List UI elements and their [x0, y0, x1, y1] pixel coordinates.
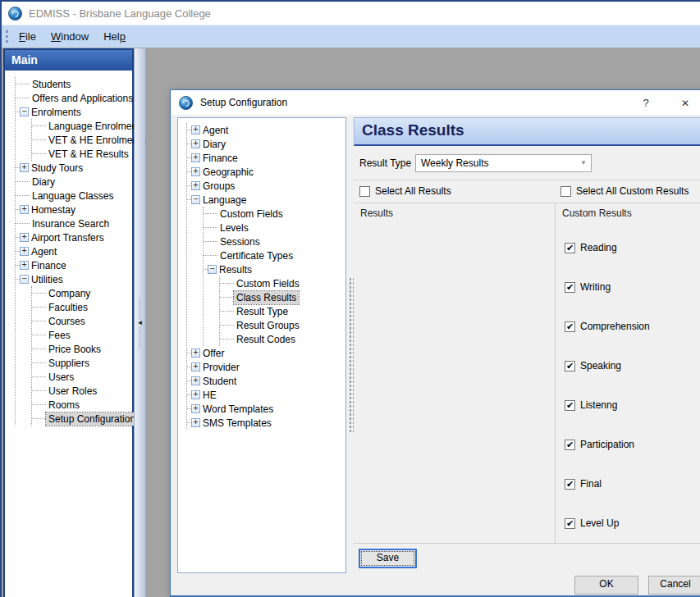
tree-item-price-books[interactable]: Price Books [32, 342, 130, 356]
expand-box-icon[interactable]: + [191, 125, 200, 134]
expand-box-icon[interactable]: + [191, 376, 200, 385]
custom-result-final[interactable]: ✔Final [565, 464, 700, 504]
custom-result-writing[interactable]: ✔Writing [565, 267, 700, 307]
expand-box-icon[interactable]: + [20, 205, 29, 214]
tree-item-word-templates[interactable]: +Word Templates [187, 402, 345, 416]
expand-box-icon[interactable]: + [191, 404, 200, 413]
tree-item-students[interactable]: Students [16, 77, 130, 91]
collapse-box-icon[interactable]: − [208, 265, 217, 274]
tree-item-finance[interactable]: +Finance [187, 151, 345, 165]
expand-box-icon[interactable]: + [191, 153, 200, 162]
tree-item-airport-transfers[interactable]: +Airport Transfers [16, 230, 130, 244]
tree-item-certificate-types[interactable]: Certificate Types [204, 248, 345, 262]
tree-item-setup-configuration[interactable]: Setup Configuration [32, 412, 130, 426]
tree-item-faculties[interactable]: Faculties [32, 300, 130, 314]
collapse-box-icon[interactable]: − [191, 195, 200, 204]
tree-item-result-type[interactable]: Result Type [220, 304, 345, 318]
tree-item-offers-and-applications[interactable]: Offers and Applications [16, 91, 130, 105]
tree-item-language[interactable]: −Language [187, 193, 345, 207]
expand-box-icon[interactable]: + [20, 261, 29, 270]
select-all-custom-option[interactable]: Select All Custom Results [560, 185, 689, 197]
writing-checkbox[interactable]: ✔ [565, 282, 575, 293]
tree-item-vet-he-enrolments[interactable]: VET & HE Enrolments [32, 133, 130, 147]
tree-item-utilities[interactable]: −Utilities [16, 272, 130, 286]
tree-item-levels[interactable]: Levels [204, 221, 345, 235]
tree-item-courses[interactable]: Courses [32, 314, 130, 328]
tree-item-homestay[interactable]: +Homestay [16, 203, 130, 216]
select-all-results-checkbox[interactable] [359, 186, 370, 197]
tree-item-provider[interactable]: +Provider [187, 360, 345, 374]
cancel-button[interactable]: Cancel [648, 576, 700, 595]
expand-box-icon[interactable]: + [191, 349, 200, 358]
tree-item-finance[interactable]: +Finance [16, 258, 130, 272]
tree-item-offer[interactable]: +Offer [187, 346, 345, 360]
menu-window[interactable]: Window [43, 27, 96, 46]
collapse-box-icon[interactable]: − [20, 107, 29, 116]
tree-item-insurance-search[interactable]: Insurance Search [16, 216, 130, 230]
tree-item-company[interactable]: Company [32, 286, 130, 300]
dialog-close-button[interactable]: ✕ [675, 95, 696, 112]
expand-box-icon[interactable]: + [191, 390, 200, 399]
tree-item-custom-fields[interactable]: Custom Fields [220, 276, 345, 290]
tree-item-suppliers[interactable]: Suppliers [32, 356, 130, 370]
participation-checkbox[interactable]: ✔ [565, 440, 575, 450]
ok-button[interactable]: OK [574, 576, 638, 595]
custom-result-speaking[interactable]: ✔Speaking [565, 346, 700, 385]
expand-box-icon[interactable]: + [191, 418, 200, 427]
tree-item-study-tours[interactable]: +Study Tours [16, 161, 130, 175]
expand-box-icon[interactable]: + [20, 233, 29, 242]
level-up-checkbox[interactable]: ✔ [565, 518, 575, 529]
select-all-results-option[interactable]: Select All Results [359, 185, 451, 197]
sidebar-collapse-button[interactable]: ◄ [136, 298, 144, 348]
tree-item-sms-templates[interactable]: +SMS Templates [187, 416, 345, 430]
tree-item-groups[interactable]: +Groups [187, 179, 345, 193]
tree-item-diary[interactable]: +Diary [187, 137, 345, 151]
tree-item-user-roles[interactable]: User Roles [32, 384, 130, 398]
listenng-checkbox[interactable]: ✔ [565, 400, 575, 411]
custom-result-listenng[interactable]: ✔Listenng [565, 385, 700, 425]
tree-item-sessions[interactable]: Sessions [204, 235, 345, 248]
expand-box-icon[interactable]: + [191, 181, 200, 190]
tree-item-language-classes[interactable]: Language Classes [16, 189, 130, 203]
tree-item-agent[interactable]: +Agent [187, 123, 345, 137]
tree-item-student[interactable]: +Student [187, 374, 345, 388]
tree-item-enrolments[interactable]: −Enrolments [16, 105, 130, 119]
tree-item-language-enrolments[interactable]: Language Enrolments [32, 119, 130, 133]
window-titlebar[interactable]: EDMISS - Brisbane Language College [2, 2, 700, 25]
expand-box-icon[interactable]: + [20, 163, 29, 172]
menu-file[interactable]: File [11, 27, 43, 46]
expand-box-icon[interactable]: + [20, 247, 29, 256]
speaking-checkbox[interactable]: ✔ [565, 361, 575, 371]
expand-box-icon[interactable]: + [191, 139, 200, 148]
sidebar-splitter[interactable]: ◄ [134, 48, 145, 597]
select-all-custom-checkbox[interactable] [560, 186, 571, 197]
tree-item-diary[interactable]: Diary [16, 175, 130, 189]
custom-result-comprehension[interactable]: ✔Comprehension [565, 307, 700, 346]
tree-item-result-codes[interactable]: Result Codes [220, 332, 345, 346]
tree-item-custom-fields[interactable]: Custom Fields [204, 207, 345, 221]
dialog-titlebar[interactable]: Setup Configuration [171, 90, 700, 115]
tree-item-rooms[interactable]: Rooms [32, 398, 130, 412]
comprehension-checkbox[interactable]: ✔ [565, 321, 575, 332]
save-button[interactable]: Save [359, 549, 417, 568]
tree-item-geographic[interactable]: +Geographic [187, 165, 345, 179]
expand-box-icon[interactable]: + [191, 362, 200, 371]
tree-item-results[interactable]: −Results [204, 262, 345, 276]
tree-item-result-groups[interactable]: Result Groups [220, 318, 345, 332]
expand-box-icon[interactable]: + [191, 167, 200, 176]
collapse-box-icon[interactable]: − [20, 275, 29, 284]
dialog-help-button[interactable]: ? [635, 95, 657, 112]
final-checkbox[interactable]: ✔ [565, 479, 575, 490]
result-type-dropdown[interactable]: Weekly Results ▼ [415, 154, 592, 172]
reading-checkbox[interactable]: ✔ [565, 243, 575, 253]
tree-item-agent[interactable]: +Agent [16, 244, 130, 258]
tree-item-users[interactable]: Users [32, 370, 130, 384]
tree-item-vet-he-results[interactable]: VET & HE Results [32, 147, 130, 161]
tree-item-he[interactable]: +HE [187, 388, 345, 402]
tree-item-fees[interactable]: Fees [32, 328, 130, 342]
menu-help[interactable]: Help [96, 27, 133, 46]
custom-result-participation[interactable]: ✔Participation [565, 425, 700, 464]
custom-result-reading[interactable]: ✔Reading [565, 228, 700, 267]
tree-item-class-results[interactable]: Class Results [220, 290, 345, 304]
custom-result-level-up[interactable]: ✔Level Up [565, 504, 700, 543]
